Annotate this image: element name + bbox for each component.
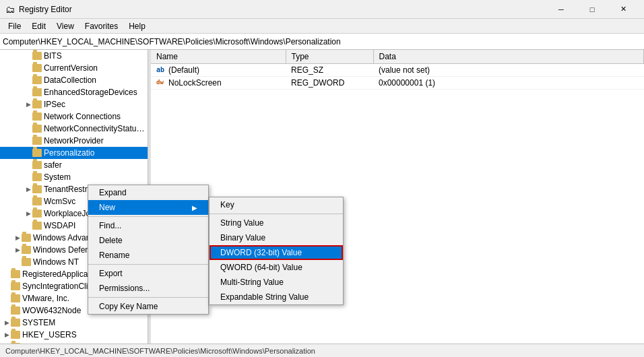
tree-node-ipsec[interactable]: ▶ IPSec — [0, 98, 148, 110]
tree-node-networkprovider[interactable]: NetworkProvider — [0, 135, 148, 147]
tree-node-system-root[interactable]: ▶ SYSTEM — [0, 317, 148, 329]
minimize-button[interactable]: ─ — [546, 0, 577, 19]
ctx-copy-key-name[interactable]: Copy Key Name — [88, 299, 208, 314]
col-header-name[interactable]: Name — [151, 50, 286, 63]
ctx-new-arrow: ▶ — [192, 204, 197, 212]
tree-node-currentversion[interactable]: CurrentVersion — [0, 62, 148, 74]
col-header-data[interactable]: Data — [373, 50, 644, 63]
sub-separator-1 — [210, 214, 343, 214]
tree-node-hkey-users[interactable]: ▶ HKEY_USERS — [0, 329, 148, 341]
sub-key[interactable]: Key — [210, 197, 343, 212]
ctx-separator-3 — [88, 297, 208, 298]
menu-file[interactable]: File — [3, 20, 26, 32]
tree-node-network-connections[interactable]: Network Connections — [0, 110, 148, 123]
maximize-button[interactable]: □ — [577, 0, 608, 19]
main-content: BITS CurrentVersion DataCollection Enhan… — [0, 50, 644, 344]
sub-qword-value[interactable]: QWORD (64-bit) Value — [210, 260, 343, 275]
menu-view[interactable]: View — [51, 20, 79, 32]
row-type: REG_SZ — [286, 63, 373, 76]
context-menu: Expand New ▶ Find... Delete Rename Expor… — [88, 185, 209, 315]
tree-node-enhancedstoragedevices[interactable]: EnhancedStorageDevices — [0, 86, 148, 98]
app-title: Registry Editor — [19, 5, 72, 14]
ctx-separator-2 — [88, 264, 208, 265]
title-bar: 🗂 Registry Editor ─ □ ✕ — [0, 0, 644, 19]
title-bar-controls: ─ □ ✕ — [546, 0, 639, 19]
status-bar: Computer\HKEY_LOCAL_MACHINE\SOFTWARE\Pol… — [0, 344, 644, 357]
registry-table: Name Type Data ab(Default) REG_SZ (value… — [151, 50, 644, 90]
address-bar: Computer\HKEY_LOCAL_MACHINE\SOFTWARE\Pol… — [0, 34, 644, 50]
title-bar-left: 🗂 Registry Editor — [5, 4, 72, 15]
ctx-separator-1 — [88, 216, 208, 217]
app-icon: 🗂 — [5, 4, 15, 15]
row-data: 0x00000001 (1) — [373, 76, 644, 89]
tree-node-safer[interactable]: safer — [0, 159, 148, 171]
tree-node-networkconnectivity[interactable]: NetworkConnectivityStatusIndicator — [0, 123, 148, 135]
dword-icon: dw — [156, 79, 166, 87]
ctx-delete[interactable]: Delete — [88, 233, 208, 248]
col-header-type[interactable]: Type — [286, 50, 373, 63]
sub-binary-value[interactable]: Binary Value — [210, 230, 343, 245]
ctx-permissions[interactable]: Permissions... — [88, 281, 208, 296]
ctx-find[interactable]: Find... — [88, 218, 208, 233]
ctx-new[interactable]: New ▶ — [88, 200, 208, 215]
ab-icon: ab — [156, 66, 166, 74]
tree-node-datacollection[interactable]: DataCollection — [0, 74, 148, 86]
row-data: (value not set) — [373, 63, 644, 76]
status-text: Computer\HKEY_LOCAL_MACHINE\SOFTWARE\Pol… — [5, 347, 315, 355]
ctx-rename[interactable]: Rename — [88, 248, 208, 263]
table-row[interactable]: dwNoLockScreen REG_DWORD 0x00000001 (1) — [151, 76, 644, 89]
table-row[interactable]: ab(Default) REG_SZ (value not set) — [151, 63, 644, 76]
row-name: ab(Default) — [151, 63, 286, 76]
menu-favorites[interactable]: Favorites — [79, 20, 123, 32]
ctx-export[interactable]: Export — [88, 266, 208, 281]
sub-dword-value[interactable]: DWORD (32-bit) Value — [210, 245, 343, 260]
ctx-expand[interactable]: Expand — [88, 185, 208, 200]
tree-node-personalization[interactable]: Personalizatio — [0, 147, 148, 159]
address-path: Computer\HKEY_LOCAL_MACHINE\SOFTWARE\Pol… — [3, 37, 341, 46]
sub-multi-string-value[interactable]: Multi-String Value — [210, 275, 343, 290]
tree-node-hkey-current-config[interactable]: ▶ HKEY_CURRENT_CONFIG — [0, 341, 148, 344]
row-type: REG_DWORD — [286, 76, 373, 89]
submenu: Key String Value Binary Value DWORD (32-… — [209, 197, 344, 305]
close-button[interactable]: ✕ — [608, 0, 639, 19]
menu-bar: File Edit View Favorites Help — [0, 19, 644, 34]
sub-string-value[interactable]: String Value — [210, 216, 343, 230]
menu-help[interactable]: Help — [123, 20, 151, 32]
menu-edit[interactable]: Edit — [26, 20, 51, 32]
tree-node-system[interactable]: System — [0, 171, 148, 183]
tree-node-bits[interactable]: BITS — [0, 50, 148, 62]
sub-expandable-string-value[interactable]: Expandable String Value — [210, 290, 343, 304]
row-name: dwNoLockScreen — [151, 76, 286, 89]
